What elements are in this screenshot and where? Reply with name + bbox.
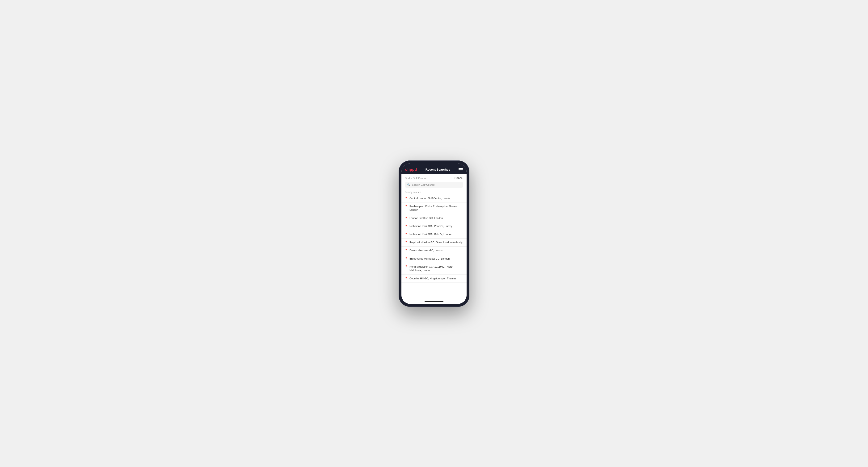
course-name: Dukes Meadows GC, London xyxy=(409,249,443,252)
app-title: Recent Searches xyxy=(426,168,450,171)
pin-icon: 📍 xyxy=(405,217,408,219)
course-name: Coombe Hill GC, Kingston upon Thames xyxy=(409,277,457,280)
cancel-button[interactable]: Cancel xyxy=(455,177,463,180)
pin-icon: 📍 xyxy=(405,277,408,280)
find-header: Find a Golf Course Cancel xyxy=(401,174,467,182)
main-content: Find a Golf Course Cancel 🔍 Nearby cours… xyxy=(401,174,467,300)
list-item[interactable]: 📍 Coombe Hill GC, Kingston upon Thames xyxy=(401,275,467,283)
pin-icon: 📍 xyxy=(405,265,408,268)
find-label: Find a Golf Course xyxy=(405,177,427,180)
course-name: Roehampton Club - Roehampton, Greater Lo… xyxy=(409,205,463,212)
menu-line-2 xyxy=(459,169,463,170)
list-item[interactable]: 📍 Roehampton Club - Roehampton, Greater … xyxy=(401,203,467,214)
list-item[interactable]: 📍 London Scottish GC, London xyxy=(401,214,467,222)
list-item[interactable]: 📍 Dukes Meadows GC, London xyxy=(401,247,467,255)
menu-icon[interactable] xyxy=(459,168,463,171)
nearby-label: Nearby courses xyxy=(401,190,467,194)
search-icon: 🔍 xyxy=(407,183,410,186)
phone-device: clippd Recent Searches Find a Golf Cours… xyxy=(399,160,469,307)
course-list: 📍 Central London Golf Centre, London 📍 R… xyxy=(401,194,467,300)
pin-icon: 📍 xyxy=(405,233,408,235)
app-logo: clippd xyxy=(405,167,417,172)
list-item[interactable]: 📍 Richmond Park GC - Duke's, London xyxy=(401,230,467,238)
menu-line-1 xyxy=(459,168,463,169)
search-input[interactable] xyxy=(412,183,461,186)
list-item[interactable]: 📍 Central London Golf Centre, London xyxy=(401,194,467,203)
pin-icon: 📍 xyxy=(405,241,408,244)
pin-icon: 📍 xyxy=(405,257,408,260)
pin-icon: 📍 xyxy=(405,249,408,252)
home-indicator xyxy=(401,300,467,304)
home-bar xyxy=(425,301,443,302)
course-name: Central London Golf Centre, London xyxy=(409,196,451,200)
pin-icon: 📍 xyxy=(405,197,408,199)
app-header: clippd Recent Searches xyxy=(401,166,467,174)
course-name: North Middlesex GC (1011942 - North Midd… xyxy=(409,265,463,272)
search-box: 🔍 xyxy=(405,182,463,188)
list-item[interactable]: 📍 Brent Valley Municipal GC, London xyxy=(401,255,467,263)
status-bar xyxy=(401,163,467,166)
phone-screen: clippd Recent Searches Find a Golf Cours… xyxy=(401,163,467,304)
pin-icon: 📍 xyxy=(405,205,408,208)
pin-icon: 📍 xyxy=(405,225,408,227)
course-name: Richmond Park GC - Prince's, Surrey xyxy=(409,224,453,228)
course-name: London Scottish GC, London xyxy=(409,216,443,220)
menu-line-3 xyxy=(459,170,463,171)
course-name: Richmond Park GC - Duke's, London xyxy=(409,232,452,236)
course-name: Brent Valley Municipal GC, London xyxy=(409,257,450,260)
list-item[interactable]: 📍 North Middlesex GC (1011942 - North Mi… xyxy=(401,263,467,275)
search-container: 🔍 xyxy=(401,182,467,190)
list-item[interactable]: 📍 Royal Wimbledon GC, Great London Autho… xyxy=(401,239,467,247)
list-item[interactable]: 📍 Richmond Park GC - Prince's, Surrey xyxy=(401,222,467,230)
course-name: Royal Wimbledon GC, Great London Authori… xyxy=(409,241,463,244)
